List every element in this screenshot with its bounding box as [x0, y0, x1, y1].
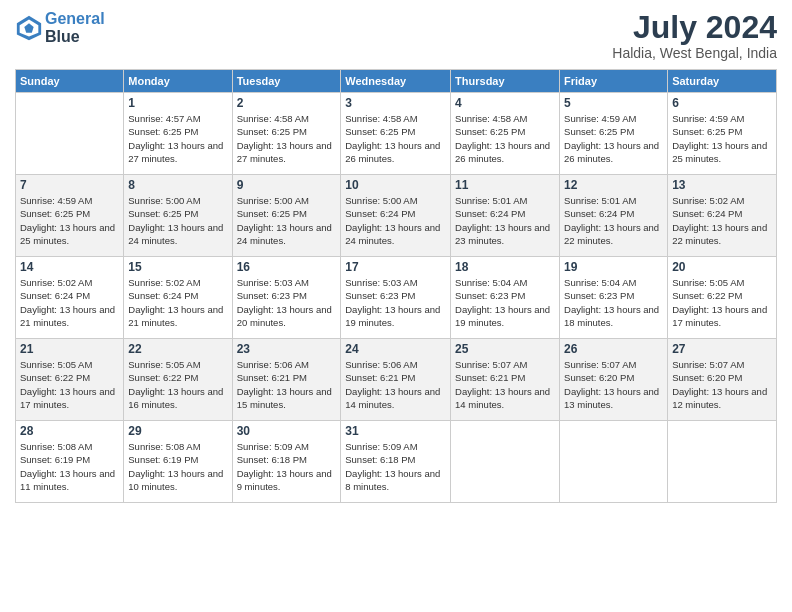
calendar-cell: 7Sunrise: 4:59 AM Sunset: 6:25 PM Daylig…: [16, 175, 124, 257]
day-info: Sunrise: 5:09 AM Sunset: 6:18 PM Dayligh…: [237, 440, 337, 493]
day-info: Sunrise: 4:59 AM Sunset: 6:25 PM Dayligh…: [20, 194, 119, 247]
calendar-cell: 15Sunrise: 5:02 AM Sunset: 6:24 PM Dayli…: [124, 257, 232, 339]
week-row-2: 7Sunrise: 4:59 AM Sunset: 6:25 PM Daylig…: [16, 175, 777, 257]
date-number: 15: [128, 260, 227, 274]
weekday-header-monday: Monday: [124, 70, 232, 93]
calendar-cell: 28Sunrise: 5:08 AM Sunset: 6:19 PM Dayli…: [16, 421, 124, 503]
date-number: 12: [564, 178, 663, 192]
calendar-cell: 14Sunrise: 5:02 AM Sunset: 6:24 PM Dayli…: [16, 257, 124, 339]
date-number: 4: [455, 96, 555, 110]
date-number: 24: [345, 342, 446, 356]
date-number: 19: [564, 260, 663, 274]
date-number: 13: [672, 178, 772, 192]
calendar-cell: 22Sunrise: 5:05 AM Sunset: 6:22 PM Dayli…: [124, 339, 232, 421]
date-number: 1: [128, 96, 227, 110]
day-info: Sunrise: 4:58 AM Sunset: 6:25 PM Dayligh…: [455, 112, 555, 165]
day-info: Sunrise: 5:02 AM Sunset: 6:24 PM Dayligh…: [672, 194, 772, 247]
calendar-cell: 4Sunrise: 4:58 AM Sunset: 6:25 PM Daylig…: [451, 93, 560, 175]
date-number: 29: [128, 424, 227, 438]
day-info: Sunrise: 5:05 AM Sunset: 6:22 PM Dayligh…: [20, 358, 119, 411]
calendar-cell: 24Sunrise: 5:06 AM Sunset: 6:21 PM Dayli…: [341, 339, 451, 421]
date-number: 31: [345, 424, 446, 438]
date-number: 5: [564, 96, 663, 110]
day-info: Sunrise: 5:00 AM Sunset: 6:25 PM Dayligh…: [237, 194, 337, 247]
day-info: Sunrise: 5:00 AM Sunset: 6:25 PM Dayligh…: [128, 194, 227, 247]
day-info: Sunrise: 5:07 AM Sunset: 6:20 PM Dayligh…: [672, 358, 772, 411]
day-info: Sunrise: 5:00 AM Sunset: 6:24 PM Dayligh…: [345, 194, 446, 247]
page-container: General Blue July 2024 Haldia, West Beng…: [0, 0, 792, 513]
location: Haldia, West Bengal, India: [612, 45, 777, 61]
calendar-cell: 19Sunrise: 5:04 AM Sunset: 6:23 PM Dayli…: [560, 257, 668, 339]
day-info: Sunrise: 4:59 AM Sunset: 6:25 PM Dayligh…: [564, 112, 663, 165]
calendar-cell: [560, 421, 668, 503]
logo: General Blue: [15, 10, 105, 45]
calendar-cell: 1Sunrise: 4:57 AM Sunset: 6:25 PM Daylig…: [124, 93, 232, 175]
day-info: Sunrise: 5:06 AM Sunset: 6:21 PM Dayligh…: [345, 358, 446, 411]
calendar-cell: [668, 421, 777, 503]
header: General Blue July 2024 Haldia, West Beng…: [15, 10, 777, 61]
date-number: 11: [455, 178, 555, 192]
calendar-cell: 13Sunrise: 5:02 AM Sunset: 6:24 PM Dayli…: [668, 175, 777, 257]
weekday-header-friday: Friday: [560, 70, 668, 93]
date-number: 20: [672, 260, 772, 274]
calendar-cell: 16Sunrise: 5:03 AM Sunset: 6:23 PM Dayli…: [232, 257, 341, 339]
calendar-cell: 20Sunrise: 5:05 AM Sunset: 6:22 PM Dayli…: [668, 257, 777, 339]
day-info: Sunrise: 5:02 AM Sunset: 6:24 PM Dayligh…: [20, 276, 119, 329]
date-number: 2: [237, 96, 337, 110]
day-info: Sunrise: 5:04 AM Sunset: 6:23 PM Dayligh…: [455, 276, 555, 329]
calendar-table: SundayMondayTuesdayWednesdayThursdayFrid…: [15, 69, 777, 503]
date-number: 25: [455, 342, 555, 356]
calendar-cell: [451, 421, 560, 503]
weekday-header-row: SundayMondayTuesdayWednesdayThursdayFrid…: [16, 70, 777, 93]
calendar-cell: 21Sunrise: 5:05 AM Sunset: 6:22 PM Dayli…: [16, 339, 124, 421]
calendar-cell: 5Sunrise: 4:59 AM Sunset: 6:25 PM Daylig…: [560, 93, 668, 175]
calendar-cell: 26Sunrise: 5:07 AM Sunset: 6:20 PM Dayli…: [560, 339, 668, 421]
calendar-cell: 29Sunrise: 5:08 AM Sunset: 6:19 PM Dayli…: [124, 421, 232, 503]
day-info: Sunrise: 4:58 AM Sunset: 6:25 PM Dayligh…: [237, 112, 337, 165]
calendar-cell: 8Sunrise: 5:00 AM Sunset: 6:25 PM Daylig…: [124, 175, 232, 257]
day-info: Sunrise: 5:04 AM Sunset: 6:23 PM Dayligh…: [564, 276, 663, 329]
day-info: Sunrise: 4:57 AM Sunset: 6:25 PM Dayligh…: [128, 112, 227, 165]
calendar-cell: 27Sunrise: 5:07 AM Sunset: 6:20 PM Dayli…: [668, 339, 777, 421]
date-number: 27: [672, 342, 772, 356]
day-info: Sunrise: 5:07 AM Sunset: 6:21 PM Dayligh…: [455, 358, 555, 411]
date-number: 18: [455, 260, 555, 274]
calendar-cell: [16, 93, 124, 175]
day-info: Sunrise: 5:01 AM Sunset: 6:24 PM Dayligh…: [564, 194, 663, 247]
date-number: 10: [345, 178, 446, 192]
calendar-cell: 9Sunrise: 5:00 AM Sunset: 6:25 PM Daylig…: [232, 175, 341, 257]
day-info: Sunrise: 5:09 AM Sunset: 6:18 PM Dayligh…: [345, 440, 446, 493]
day-info: Sunrise: 5:03 AM Sunset: 6:23 PM Dayligh…: [345, 276, 446, 329]
date-number: 6: [672, 96, 772, 110]
date-number: 23: [237, 342, 337, 356]
date-number: 21: [20, 342, 119, 356]
weekday-header-tuesday: Tuesday: [232, 70, 341, 93]
calendar-cell: 30Sunrise: 5:09 AM Sunset: 6:18 PM Dayli…: [232, 421, 341, 503]
day-info: Sunrise: 5:08 AM Sunset: 6:19 PM Dayligh…: [20, 440, 119, 493]
date-number: 14: [20, 260, 119, 274]
date-number: 8: [128, 178, 227, 192]
day-info: Sunrise: 5:01 AM Sunset: 6:24 PM Dayligh…: [455, 194, 555, 247]
month-year: July 2024: [612, 10, 777, 45]
date-number: 28: [20, 424, 119, 438]
date-number: 30: [237, 424, 337, 438]
date-number: 9: [237, 178, 337, 192]
calendar-cell: 25Sunrise: 5:07 AM Sunset: 6:21 PM Dayli…: [451, 339, 560, 421]
day-info: Sunrise: 5:05 AM Sunset: 6:22 PM Dayligh…: [128, 358, 227, 411]
day-info: Sunrise: 5:07 AM Sunset: 6:20 PM Dayligh…: [564, 358, 663, 411]
logo-text: General Blue: [45, 10, 105, 45]
week-row-1: 1Sunrise: 4:57 AM Sunset: 6:25 PM Daylig…: [16, 93, 777, 175]
weekday-header-wednesday: Wednesday: [341, 70, 451, 93]
day-info: Sunrise: 4:59 AM Sunset: 6:25 PM Dayligh…: [672, 112, 772, 165]
title-section: July 2024 Haldia, West Bengal, India: [612, 10, 777, 61]
calendar-cell: 23Sunrise: 5:06 AM Sunset: 6:21 PM Dayli…: [232, 339, 341, 421]
date-number: 16: [237, 260, 337, 274]
logo-icon: [15, 14, 43, 42]
week-row-3: 14Sunrise: 5:02 AM Sunset: 6:24 PM Dayli…: [16, 257, 777, 339]
calendar-cell: 6Sunrise: 4:59 AM Sunset: 6:25 PM Daylig…: [668, 93, 777, 175]
date-number: 26: [564, 342, 663, 356]
calendar-cell: 17Sunrise: 5:03 AM Sunset: 6:23 PM Dayli…: [341, 257, 451, 339]
week-row-5: 28Sunrise: 5:08 AM Sunset: 6:19 PM Dayli…: [16, 421, 777, 503]
calendar-cell: 31Sunrise: 5:09 AM Sunset: 6:18 PM Dayli…: [341, 421, 451, 503]
weekday-header-sunday: Sunday: [16, 70, 124, 93]
